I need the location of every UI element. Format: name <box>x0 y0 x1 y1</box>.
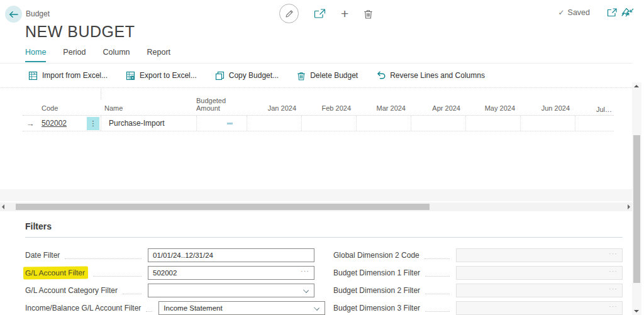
column-header-feb[interactable]: Feb 2024 <box>301 99 356 115</box>
scroll-up-arrow-icon[interactable] <box>634 85 639 87</box>
column-header-may[interactable]: May 2024 <box>465 99 520 115</box>
filter-row-global-dimension-2: Global Dimension 2 Code ··· <box>333 248 623 262</box>
budget-dimension-3-label: Budget Dimension 3 Filter <box>333 304 420 312</box>
undo-arrow-icon <box>376 71 386 80</box>
lookup-ellipsis-icon[interactable]: ··· <box>609 302 618 310</box>
income-balance-filter-select[interactable]: Income Statement <box>158 301 325 315</box>
lookup-ellipsis-icon[interactable]: ··· <box>609 285 618 292</box>
plus-icon: + <box>341 7 348 20</box>
new-button[interactable]: + <box>341 7 348 20</box>
filters-right-column: Global Dimension 2 Code ··· Budget Dimen… <box>333 248 623 315</box>
scroll-down-arrow-icon[interactable] <box>634 310 639 312</box>
month-cell-apr[interactable] <box>411 116 465 131</box>
month-cell-feb[interactable] <box>301 116 356 131</box>
check-icon: ✓ <box>558 8 564 17</box>
toolbar-button-label: Import from Excel... <box>42 71 108 80</box>
trash-icon <box>364 9 373 19</box>
tab-column[interactable]: Column <box>103 48 130 62</box>
toolbar-button-label: Copy Budget... <box>229 71 279 80</box>
share-button[interactable] <box>314 8 326 19</box>
page-title: NEW BUDGET <box>25 23 135 41</box>
column-header-mar[interactable]: Mar 2024 <box>356 99 411 115</box>
budgeted-amount-cell[interactable] <box>196 116 247 131</box>
excel-import-icon <box>28 71 38 80</box>
grid-header-row: Code Name Budgeted Amount Jan 2024 Feb 2… <box>23 99 614 116</box>
filters-section: Filters Date Filter 01/01/24..12/31/24 G… <box>25 221 623 315</box>
tab-period[interactable]: Period <box>63 48 86 62</box>
copy-budget-button[interactable]: Copy Budget... <box>215 71 279 80</box>
column-header-apr[interactable]: Apr 2024 <box>411 99 465 115</box>
scroll-right-arrow-icon[interactable] <box>628 204 630 209</box>
filters-left-column: Date Filter 01/01/24..12/31/24 G/L Accou… <box>25 248 314 315</box>
budget-dimension-1-input[interactable]: ··· <box>456 266 623 280</box>
code-cell-link[interactable]: 502002 <box>38 119 67 128</box>
edit-button[interactable] <box>279 4 299 23</box>
open-in-new-window-icon <box>607 8 617 17</box>
grid-top-strip <box>23 89 614 99</box>
gl-account-category-filter-label: G/L Account Category Filter <box>25 286 118 295</box>
budget-dimension-2-input[interactable]: ··· <box>456 284 623 297</box>
date-filter-input[interactable]: 01/01/24..12/31/24 <box>148 248 314 262</box>
dotted-leader <box>123 287 142 294</box>
grid-footer-strip <box>0 189 632 201</box>
open-in-new-window-button[interactable] <box>607 8 617 17</box>
import-from-excel-button[interactable]: Import from Excel... <box>28 71 108 80</box>
chevron-down-icon[interactable] <box>303 287 309 293</box>
date-filter-value: 01/01/24..12/31/24 <box>153 251 213 259</box>
gl-account-category-filter-select[interactable] <box>148 284 314 297</box>
budget-dimension-3-input[interactable]: ··· <box>456 301 623 315</box>
month-cell-jan[interactable] <box>247 116 301 131</box>
column-header-budgeted-amount[interactable]: Budgeted Amount <box>196 99 247 115</box>
month-cell-jul[interactable] <box>575 116 614 131</box>
filter-row-gl-account-filter: G/L Account Filter 502002 ··· <box>25 266 314 280</box>
toolbar-button-label: Delete Budget <box>310 71 358 80</box>
gl-account-filter-value: 502002 <box>153 269 177 277</box>
month-cell-jun[interactable] <box>520 116 575 131</box>
filter-row-income-balance-filter: Income/Balance G/L Account Filter Income… <box>25 301 314 315</box>
reverse-lines-columns-button[interactable]: Reverse Lines and Columns <box>376 71 485 80</box>
column-header-jun[interactable]: Jun 2024 <box>520 99 575 115</box>
delete-button[interactable] <box>364 9 373 19</box>
column-header-name[interactable]: Name <box>101 99 196 115</box>
back-arrow-icon <box>9 11 18 18</box>
column-header-jan[interactable]: Jan 2024 <box>247 99 301 115</box>
export-to-excel-button[interactable]: Export to Excel... <box>126 71 197 80</box>
month-cell-mar[interactable] <box>356 116 411 131</box>
filters-title: Filters <box>25 221 623 231</box>
row-options-kebab-icon[interactable]: ⋮ <box>87 117 99 130</box>
unpin-icon[interactable] <box>621 8 630 17</box>
budget-dimension-1-label: Budget Dimension 1 Filter <box>333 268 420 277</box>
filter-row-budget-dimension-2: Budget Dimension 2 Filter ··· <box>333 284 623 297</box>
horizontal-scrollbar[interactable] <box>0 202 632 211</box>
delete-budget-button[interactable]: Delete Budget <box>297 71 358 80</box>
dotted-leader <box>65 252 142 259</box>
column-header-code[interactable]: Code <box>38 99 86 115</box>
filter-row-date-filter: Date Filter 01/01/24..12/31/24 <box>25 248 314 262</box>
breadcrumb[interactable]: Budget <box>26 9 50 18</box>
dotted-leader <box>425 270 450 277</box>
filters-divider <box>25 237 623 238</box>
month-cell-may[interactable] <box>465 116 520 131</box>
dotted-leader <box>425 252 450 259</box>
gl-account-filter-input[interactable]: 502002 ··· <box>148 266 314 280</box>
column-header-marker <box>23 99 38 115</box>
global-dimension-2-label: Global Dimension 2 Code <box>333 251 419 260</box>
global-dimension-2-input[interactable]: ··· <box>456 248 623 262</box>
horizontal-scrollbar-thumb[interactable] <box>16 204 430 210</box>
tab-home[interactable]: Home <box>25 48 46 62</box>
tab-report[interactable]: Report <box>147 48 171 62</box>
trash-icon <box>297 71 306 80</box>
lookup-ellipsis-icon[interactable]: ··· <box>609 250 618 257</box>
vertical-scrollbar[interactable] <box>632 82 641 315</box>
lookup-ellipsis-icon[interactable]: ··· <box>609 267 618 275</box>
back-button[interactable] <box>5 6 22 23</box>
budget-dimension-2-label: Budget Dimension 2 Filter <box>333 286 420 295</box>
lookup-ellipsis-icon[interactable]: ··· <box>301 267 309 275</box>
chevron-down-icon[interactable] <box>314 305 319 311</box>
table-row[interactable]: → 502002 ⋮ Purchase-Import <box>23 116 614 131</box>
name-cell[interactable]: Purchase-Import <box>101 119 165 128</box>
scroll-left-arrow-icon[interactable] <box>2 204 4 209</box>
column-header-jul[interactable]: Jul 2024 <box>575 99 614 115</box>
vertical-scrollbar-thumb[interactable] <box>633 135 640 283</box>
budget-page: Budget NEW BUDGET + ✓ Saved <box>0 0 644 315</box>
